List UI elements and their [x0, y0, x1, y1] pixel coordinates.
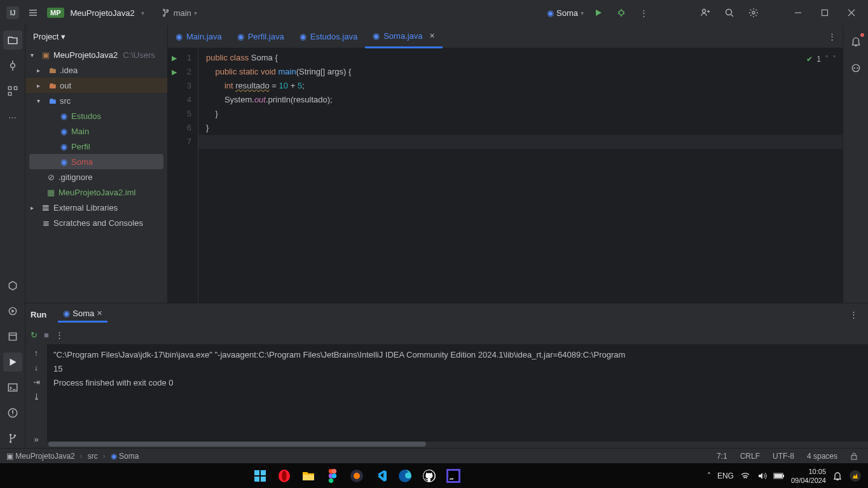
vscode-icon[interactable] [371, 466, 391, 486]
edge-icon[interactable] [395, 466, 415, 486]
services-tool-icon[interactable] [3, 302, 22, 321]
run-more-icon[interactable]: ⋮ [844, 310, 863, 319]
project-name[interactable]: MeuProjetoJava2 [71, 8, 135, 18]
explorer-icon[interactable] [298, 466, 319, 486]
opera-icon[interactable] [274, 466, 294, 486]
more-actions-icon[interactable]: ⋮ [636, 4, 652, 22]
tree-gitignore[interactable]: ⊘ .gitignore [25, 169, 167, 185]
line-separator[interactable]: CRLF [736, 452, 764, 461]
soft-wrap-icon[interactable]: ⇥ [33, 377, 40, 387]
run-more-icon[interactable]: ⋮ [55, 330, 64, 340]
svg-point-13 [9, 441, 11, 443]
code-with-me-icon[interactable] [696, 4, 714, 22]
run-configuration[interactable]: ◉ Soma ▾ [547, 8, 584, 18]
svg-rect-40 [775, 474, 782, 478]
project-tool-icon[interactable] [3, 31, 22, 50]
module-icon: ▣ [41, 50, 51, 60]
tray-language[interactable]: ENG [717, 471, 734, 480]
stop-icon[interactable]: ■ [44, 330, 49, 340]
svg-point-32 [354, 473, 360, 479]
breadcrumb-module[interactable]: ▣ MeuProjetoJava2 [6, 452, 75, 461]
tree-file-perfil[interactable]: ◉ Perfil [25, 139, 167, 154]
chevron-down-icon[interactable]: ˅ [832, 52, 836, 66]
debug-button[interactable] [613, 4, 630, 21]
tree-file-main[interactable]: ◉ Main [25, 123, 167, 139]
chevron-up-icon[interactable]: ˄ [825, 52, 829, 66]
main-menu-icon[interactable] [25, 5, 41, 20]
console-scrollbar[interactable] [47, 442, 868, 448]
tree-src-folder[interactable]: ▾ 🖿 src [25, 93, 167, 108]
tree-scratches[interactable]: ▸ ≣ Scratches and Consoles [25, 215, 167, 230]
project-panel-header[interactable]: Project ▾ [25, 25, 167, 47]
settings-icon[interactable] [745, 4, 762, 22]
editor[interactable]: ▶ ▶ 1234567 public class Soma { public s… [168, 48, 843, 303]
tray-notifications-icon[interactable] [832, 471, 843, 481]
problems-tool-icon[interactable] [3, 403, 22, 422]
terminal-tool-icon[interactable] [3, 378, 22, 397]
breadcrumb-file[interactable]: ◉ Soma [111, 452, 139, 461]
tray-clock[interactable]: 10:05 09/04/2024 [791, 467, 826, 485]
class-icon: ◉ [59, 157, 69, 167]
commit-tool-icon[interactable] [3, 56, 22, 75]
minimize-button[interactable] [788, 5, 808, 20]
vcs-tool-icon[interactable] [3, 429, 22, 448]
tree-file-soma[interactable]: ◉ Soma [29, 154, 163, 169]
rerun-icon[interactable]: ↻ [31, 330, 38, 340]
svg-point-3 [752, 11, 755, 14]
git-branch[interactable]: main ▾ [162, 8, 197, 18]
intellij-taskbar-icon[interactable] [443, 466, 464, 486]
inspection-widget[interactable]: ✔ 1 ˄ ˅ [806, 52, 836, 66]
tree-external-libs[interactable]: ▸ 𝌆 External Libraries [25, 200, 167, 215]
tree-root[interactable]: ▾ ▣ MeuProjetoJava2 C:\Users [25, 47, 167, 62]
ai-assistant-icon[interactable] [846, 59, 865, 78]
readonly-lock-icon[interactable] [846, 452, 862, 460]
tab-main[interactable]: ◉Main.java [168, 25, 230, 48]
copilot-icon[interactable] [849, 470, 862, 482]
chevron-down-icon[interactable]: ▾ [61, 32, 65, 41]
app-icon[interactable] [347, 466, 367, 486]
tree-iml[interactable]: ▦ MeuProjetoJava2.iml [25, 185, 167, 200]
gutter-run-icon[interactable]: ▶ [172, 51, 177, 65]
search-icon[interactable] [720, 4, 738, 22]
tree-idea-folder[interactable]: ▸ 🖿 .idea [25, 62, 167, 78]
tree-file-estudos[interactable]: ◉ Estudos [25, 108, 167, 123]
figma-icon[interactable] [322, 466, 343, 486]
indent-config[interactable]: 4 spaces [803, 452, 841, 461]
github-icon[interactable] [419, 466, 439, 486]
tab-estudos[interactable]: ◉Estudos.java [292, 25, 365, 48]
volume-icon[interactable] [757, 471, 767, 481]
run-tab-soma[interactable]: ◉ Soma ✕ [58, 306, 107, 323]
gutter-run-icon[interactable]: ▶ [172, 65, 177, 79]
code-content[interactable]: public class Soma { public static void m… [198, 48, 843, 303]
maximize-button[interactable] [815, 5, 835, 20]
structure-tool-icon[interactable] [3, 81, 22, 101]
wifi-icon[interactable] [740, 471, 750, 481]
right-tool-stripe [843, 25, 868, 303]
run-tool-icon[interactable] [3, 352, 22, 372]
close-icon[interactable]: ✕ [429, 32, 435, 40]
svg-point-15 [852, 64, 859, 71]
up-icon[interactable]: ↑ [34, 348, 39, 358]
file-encoding[interactable]: UTF-8 [769, 452, 798, 461]
close-icon[interactable]: ✕ [97, 309, 102, 317]
chevron-down-icon[interactable]: ▾ [141, 10, 144, 17]
more-tools-icon[interactable]: … [4, 107, 20, 124]
run-button[interactable] [590, 4, 607, 21]
tabs-more-icon[interactable]: ⋮ [822, 32, 843, 41]
notifications-icon[interactable] [846, 32, 865, 51]
start-icon[interactable] [250, 466, 270, 486]
breadcrumb-src[interactable]: src [88, 452, 98, 461]
bookmarks-tool-icon[interactable] [3, 276, 22, 295]
tray-chevron-icon[interactable]: ˄ [707, 471, 711, 480]
tab-soma[interactable]: ◉Soma.java✕ [365, 25, 442, 48]
build-tool-icon[interactable] [3, 327, 22, 346]
battery-icon[interactable] [773, 472, 785, 480]
down-icon[interactable]: ↓ [34, 363, 39, 372]
cursor-position[interactable]: 7:1 [713, 452, 731, 461]
console-output[interactable]: "C:\Program Files\Java\jdk-17\bin\java.e… [47, 344, 868, 442]
tree-out-folder[interactable]: ▸ 🖿 out [25, 78, 167, 93]
print-icon[interactable]: » [34, 435, 38, 444]
scroll-end-icon[interactable]: ⤓ [33, 392, 40, 401]
tab-perfil[interactable]: ◉Perfil.java [230, 25, 292, 48]
close-button[interactable] [841, 5, 862, 20]
